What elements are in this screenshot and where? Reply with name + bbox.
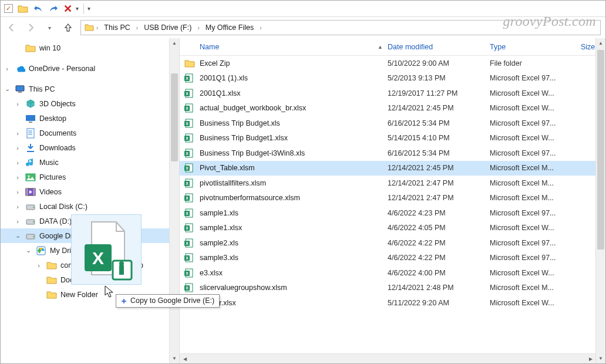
expand-arrow-icon[interactable]: ⌄ — [14, 232, 22, 240]
expand-arrow-icon[interactable]: › — [14, 188, 22, 196]
file-row[interactable]: XBusiness Trip Budget-i3Win8.xls6/16/201… — [180, 146, 605, 161]
breadcrumb-segment[interactable]: This PC — [100, 21, 133, 35]
pc-icon — [15, 84, 25, 95]
nav-forward-button[interactable] — [24, 21, 37, 34]
delete-dropdown[interactable]: ▾ — [76, 5, 79, 12]
file-name: Business Trip Budget.xls — [200, 119, 388, 127]
file-row[interactable]: Xpivotnumberformatsource.xlsm12/14/2021 … — [180, 191, 605, 206]
file-row[interactable]: XBusiness Trip Budget1.xlsx5/14/2015 4:1… — [180, 131, 605, 146]
file-row[interactable]: Xslicervaluegroupshow.xlsm12/14/2021 2:4… — [180, 281, 605, 296]
tree-node[interactable]: ›Documents — [1, 126, 179, 140]
file-name: actual_budget_workbook_br.xlsx — [200, 104, 388, 112]
column-header-name[interactable]: Name▲ — [200, 38, 388, 55]
file-date: 12/14/2021 2:47 PM — [388, 194, 490, 202]
tree-vertical-scrollbar[interactable]: ▲ ▼ — [169, 38, 179, 363]
expand-arrow-icon[interactable]: › — [14, 159, 22, 166]
scroll-left-button[interactable]: ◀ — [180, 354, 190, 363]
tree-node[interactable]: ⌄This PC — [1, 82, 179, 96]
file-row[interactable]: XStarter.xlsx5/11/2022 9:20 AMMicrosoft … — [180, 295, 605, 311]
expand-arrow-icon[interactable]: › — [3, 65, 11, 72]
breadcrumb-label: USB Drive (F:) — [144, 23, 191, 32]
tree-node[interactable]: ›Local Disk (C:) — [1, 199, 179, 214]
nav-up-button[interactable] — [62, 21, 75, 34]
customize-qat[interactable]: ▾ — [87, 5, 90, 12]
expand-arrow-icon[interactable]: ⌄ — [24, 247, 32, 254]
scroll-up-button[interactable]: ▲ — [170, 38, 179, 48]
drive-icon — [25, 231, 36, 241]
excel-icon: X — [184, 268, 200, 278]
file-row[interactable]: Xsample2.xls4/6/2022 4:22 PMMicrosoft Ex… — [180, 235, 605, 251]
chevron-right-icon[interactable]: › — [197, 25, 199, 31]
tree-node-label: Desktop — [39, 114, 176, 123]
expand-arrow-icon[interactable]: › — [35, 277, 43, 284]
breadcrumb-segment[interactable]: My Office Files — [202, 21, 257, 35]
tree-node[interactable]: ›3D Objects — [1, 96, 179, 111]
file-row[interactable]: Xsample3.xls4/6/2022 4:22 PMMicrosoft Ex… — [180, 251, 605, 266]
scroll-up-button[interactable]: ▲ — [596, 38, 605, 48]
file-type: Microsoft Excel 97... — [490, 239, 581, 247]
file-date: 4/6/2022 4:05 PM — [388, 224, 490, 232]
tree-node[interactable]: ›Desktop — [1, 111, 179, 126]
file-row[interactable]: X2001Q1.xlsx12/19/2017 11:27 PMMicrosoft… — [180, 86, 605, 101]
undo-button[interactable] — [33, 4, 43, 14]
file-row[interactable]: XBusiness Trip Budget.xls6/16/2012 5:34 … — [180, 116, 605, 131]
main-split: ›win 10›OneDrive - Personal⌄This PC›3D O… — [1, 38, 605, 363]
tree-node[interactable]: ›Downloads — [1, 140, 179, 155]
expand-arrow-icon[interactable]: › — [14, 45, 22, 52]
expand-arrow-icon[interactable]: › — [35, 291, 43, 298]
svg-rect-3 — [29, 122, 32, 123]
scroll-thumb[interactable] — [597, 50, 604, 250]
file-row[interactable]: Xe3.xlsx4/6/2022 4:00 PMMicrosoft Excel … — [180, 265, 605, 281]
column-header-date[interactable]: Date modified — [388, 38, 490, 55]
file-row[interactable]: XPivot_Table.xlsm12/14/2021 2:45 PMMicro… — [180, 161, 605, 176]
folder-icon[interactable] — [18, 4, 28, 14]
expand-arrow-icon[interactable]: › — [35, 262, 43, 269]
drive-icon — [25, 216, 36, 227]
tree-node-label: Pictures — [39, 173, 176, 181]
expand-arrow-icon[interactable]: › — [14, 203, 22, 210]
tree-node[interactable]: ›win 10 — [1, 41, 179, 55]
nav-back-button[interactable] — [5, 21, 18, 34]
list-horizontal-scrollbar[interactable]: ◀ ▶ — [180, 353, 595, 363]
tree-node[interactable]: ›Pictures — [1, 170, 179, 184]
expand-arrow-icon[interactable]: › — [14, 174, 22, 181]
expand-arrow-icon[interactable]: › — [14, 100, 22, 107]
list-vertical-scrollbar[interactable]: ▲ ▼ — [595, 38, 605, 363]
docs-icon — [25, 128, 36, 139]
videos-icon — [25, 187, 36, 197]
svg-text:X: X — [186, 241, 188, 245]
breadcrumb-segment[interactable]: USB Drive (F:) — [140, 21, 195, 35]
scroll-thumb[interactable] — [171, 73, 178, 161]
tree-node[interactable]: ›Music — [1, 155, 179, 170]
delete-button[interactable]: ✕ — [63, 2, 72, 15]
expand-arrow-icon[interactable]: › — [14, 130, 22, 137]
scroll-down-button[interactable]: ▼ — [170, 353, 179, 363]
properties-button[interactable]: ✓ — [4, 4, 13, 13]
file-name: 2001Q1 (1).xls — [200, 74, 388, 82]
file-row[interactable]: X2001Q1 (1).xls5/2/2013 9:13 PMMicrosoft… — [180, 71, 605, 86]
file-name: sample2.xls — [200, 239, 388, 247]
tree-node-label: Documents — [39, 129, 176, 137]
file-row[interactable]: Xsample1.xlsx4/6/2022 4:05 PMMicrosoft E… — [180, 221, 605, 236]
chevron-right-icon[interactable]: › — [260, 25, 261, 31]
tree-node[interactable]: ›Videos — [1, 184, 179, 199]
file-row[interactable]: Xsample1.xls4/6/2022 4:23 PMMicrosoft Ex… — [180, 205, 605, 221]
file-row[interactable]: Xactual_budget_workbook_br.xlsx12/14/202… — [180, 101, 605, 116]
redo-button[interactable] — [48, 4, 59, 14]
chevron-right-icon[interactable]: › — [96, 25, 98, 31]
scroll-right-button[interactable]: ▶ — [585, 354, 595, 363]
file-row[interactable]: Excel Zip5/10/2022 9:00 AMFile folder — [180, 56, 605, 71]
expand-arrow-icon[interactable]: › — [14, 218, 22, 225]
column-header-type[interactable]: Type — [490, 38, 581, 55]
svg-point-11 — [33, 221, 34, 223]
excel-icon: X — [184, 253, 200, 262]
recent-locations-button[interactable]: ▾ — [43, 21, 56, 34]
expand-arrow-icon[interactable]: › — [14, 144, 22, 151]
file-row[interactable]: Xpivotlistallfilters.xlsm12/14/2021 2:47… — [180, 176, 605, 191]
scroll-down-button[interactable]: ▼ — [596, 353, 605, 363]
file-name: pivotnumberformatsource.xlsm — [200, 194, 388, 202]
tree-node[interactable]: ›OneDrive - Personal — [1, 61, 179, 76]
expand-arrow-icon[interactable]: ⌄ — [3, 85, 11, 93]
chevron-right-icon[interactable]: › — [136, 25, 138, 31]
expand-arrow-icon[interactable]: › — [14, 115, 22, 122]
